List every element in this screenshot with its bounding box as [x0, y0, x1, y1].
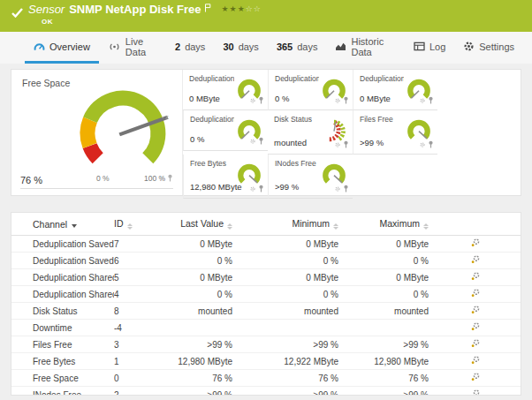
channel-settings-icon[interactable]	[470, 254, 481, 267]
flag-icon[interactable]	[204, 1, 211, 15]
gear-icon[interactable]	[334, 136, 341, 152]
free-space-gauge-cell[interactable]: Free Space - x 0 % 100 % 76 %	[11, 70, 183, 195]
gear-icon[interactable]	[158, 170, 165, 185]
gear-icon[interactable]	[334, 92, 341, 108]
last-value-cell: mounted	[156, 303, 232, 320]
tab-2-days[interactable]: 2 days	[166, 32, 214, 64]
gear-icon[interactable]	[419, 136, 426, 152]
column-header-channel[interactable]: Channel	[11, 213, 114, 236]
last-value-cell	[156, 320, 232, 336]
channel-name-cell: INodes Free	[11, 387, 114, 396]
maximum-cell: >99 %	[338, 336, 429, 353]
ok-check-icon	[11, 5, 23, 21]
channel-settings-icon[interactable]	[470, 305, 481, 317]
pin-icon[interactable]	[428, 136, 434, 152]
gear-icon[interactable]	[249, 92, 256, 108]
channel-settings-icon[interactable]	[470, 355, 481, 367]
channel-row[interactable]: Deduplication Shared S... 4 0 % 0 % 0 %	[11, 286, 521, 303]
tab-log[interactable]: Log	[405, 32, 454, 64]
channel-name-cell: Downtime	[11, 320, 114, 336]
pin-icon[interactable]	[343, 180, 349, 196]
maximum-cell: 0 %	[338, 286, 429, 303]
pin-icon[interactable]	[258, 180, 264, 196]
pin-icon[interactable]	[258, 92, 264, 108]
channel-row[interactable]: Deduplication Saved Sp... 7 0 MByte 0 MB…	[11, 236, 521, 253]
mini-gauge-title: Deduplication Saved S...	[189, 74, 234, 83]
mini-gauge-cell[interactable]: Free Bytes 12,980 MByte	[183, 155, 268, 199]
tab-365-days[interactable]: 365 days	[268, 32, 327, 64]
channel-row[interactable]: Files Free 3 >99 % >99 % >99 %	[11, 336, 521, 353]
pin-icon[interactable]	[343, 136, 349, 152]
maximum-cell	[338, 320, 429, 336]
tab-historic-data[interactable]: Historic Data	[326, 32, 404, 64]
mini-gauge-title: Disk Status	[274, 115, 319, 124]
channel-settings-icon[interactable]	[470, 288, 481, 300]
mini-gauge-cell[interactable]: Deduplication Shared ... 0 %	[183, 110, 268, 151]
mini-gauge-value: >99 %	[275, 182, 299, 192]
channel-settings-icon[interactable]	[470, 321, 481, 334]
sensor-kind-label: Sensor	[28, 3, 65, 17]
channel-row[interactable]: Disk Status 8 mounted mounted mounted	[11, 303, 521, 320]
gear-icon[interactable]	[334, 180, 341, 196]
column-header-last-value[interactable]: Last Value	[156, 213, 232, 236]
mini-gauge-cell[interactable]: Deduplication Saved S... 0 %	[268, 70, 353, 110]
last-value-cell: 0 MByte	[156, 236, 232, 253]
channel-row[interactable]: INodes Free 2 >99 % >99 % >99 %	[11, 387, 521, 396]
minimum-cell: 0 %	[232, 286, 338, 303]
channel-settings-icon[interactable]	[470, 389, 481, 396]
channel-settings-icon[interactable]	[470, 338, 481, 351]
mini-gauge-title: Deduplication Saved S...	[275, 74, 319, 83]
pin-icon[interactable]	[428, 92, 434, 108]
column-header-minimum[interactable]: Minimum	[232, 213, 338, 236]
mini-gauge-title: INodes Free	[275, 159, 319, 168]
channel-id-cell: 0	[114, 370, 156, 387]
gauges-panel: Free Space - x 0 % 100 % 76 % Deduplicat…	[11, 69, 521, 196]
tab-bar: Overview Live Data 2 days 30 days 365 da…	[0, 32, 532, 64]
tab-label: Log	[429, 42, 445, 52]
channel-name-cell: Files Free	[11, 336, 114, 353]
gear-icon[interactable]	[419, 92, 426, 108]
main-gauge-value: 76 %	[20, 175, 42, 185]
channel-name-cell: Free Bytes	[11, 353, 114, 370]
tab-settings[interactable]: Settings	[454, 32, 523, 64]
mini-status-cell[interactable]: Disk Status mounted	[268, 110, 353, 155]
minimum-cell	[232, 320, 338, 336]
channel-row[interactable]: Free Bytes 1 12,980 MByte 12,922 MByte 1…	[11, 353, 521, 370]
column-header-maximum[interactable]: Maximum	[338, 213, 429, 236]
mini-gauge-cell[interactable]: INodes Free >99 %	[268, 155, 353, 199]
channel-row[interactable]: Deduplication Shared S... 5 0 MByte 0 MB…	[11, 269, 521, 286]
tab-number: 2	[175, 42, 180, 52]
tab-30-days[interactable]: 30 days	[214, 32, 268, 64]
channel-row[interactable]: Downtime -4	[11, 320, 521, 336]
pin-icon[interactable]	[343, 92, 349, 108]
minimum-cell: 0 MByte	[232, 236, 338, 253]
column-header-id[interactable]: ID	[114, 213, 156, 236]
channel-settings-icon[interactable]	[470, 372, 481, 384]
mini-gauge-cell[interactable]: Deduplication Shared ... 0 MByte	[353, 70, 437, 110]
mini-gauge-cell[interactable]: Files Free >99 %	[353, 110, 437, 155]
tab-label: days	[239, 42, 259, 52]
pin-icon[interactable]	[258, 132, 264, 148]
channel-id-cell: 2	[114, 387, 156, 396]
tab-live-data[interactable]: Live Data	[99, 32, 166, 64]
gear-icon[interactable]	[249, 180, 256, 196]
tab-overview[interactable]: Overview	[25, 32, 99, 64]
gear-icon[interactable]	[249, 132, 256, 148]
mini-gauge-value: 0 %	[190, 134, 204, 144]
channel-name-cell: Disk Status	[11, 303, 114, 320]
channel-row[interactable]: Deduplication Saved Sp... 6 0 % 0 % 0 %	[11, 253, 521, 269]
priority-stars[interactable]: ★★★☆☆	[222, 2, 262, 16]
last-value-cell: >99 %	[156, 336, 232, 353]
channel-row[interactable]: Free Space 0 76 % 76 % 76 %	[11, 370, 521, 387]
channel-settings-icon[interactable]	[470, 238, 481, 250]
mini-gauge-cell[interactable]: Deduplication Saved S... 0 MByte	[183, 70, 268, 110]
mini-gauge-value: 0 %	[275, 94, 289, 103]
channel-id-cell: 8	[114, 303, 156, 320]
mini-gauge-grid: Deduplication Saved S... 0 MByte Dedupli…	[183, 70, 521, 195]
mini-gauge-title: Deduplication Shared ...	[190, 115, 234, 124]
channel-settings-icon[interactable]	[470, 271, 481, 283]
maximum-cell: 0 MByte	[338, 236, 429, 253]
needle-tip-marker: - x	[162, 114, 169, 120]
live-data-icon	[108, 42, 121, 52]
pin-icon[interactable]	[167, 170, 173, 185]
